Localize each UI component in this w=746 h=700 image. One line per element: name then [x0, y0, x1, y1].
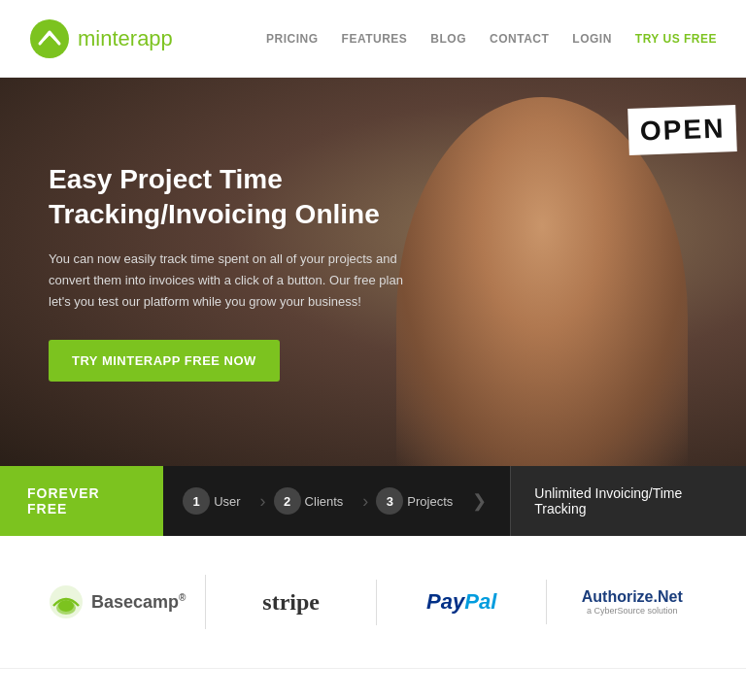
plan-features: 1 User › 2 Clients › 3 Projects ❯ [163, 466, 510, 536]
hero-section: OPEN Easy Project Time Tracking/Invoicin… [0, 78, 746, 466]
plan-arrow-3: ❯ [472, 490, 487, 512]
nav-features[interactable]: FEATURES [342, 32, 408, 46]
partner-basecamp: Basecamp® [29, 575, 206, 629]
partner-authorize: Authorize.Net a CyberSource solution [547, 579, 717, 625]
stripe-name: stripe [262, 589, 320, 616]
nav-try-free[interactable]: TRY US FREE [635, 32, 717, 46]
plan-arrow-2: › [362, 491, 368, 512]
tagline-section: Minterapp makes it easy to track time an… [0, 669, 746, 700]
logo-text: minterapp [78, 26, 173, 51]
hero-title: Easy Project Time Tracking/Invoicing Onl… [49, 162, 418, 233]
basecamp-logo: Basecamp® [49, 584, 186, 619]
main-nav: PRICING FEATURES BLOG CONTACT LOGIN TRY … [266, 32, 717, 46]
hero-cta-button[interactable]: TRY MINTERAPP FREE NOW [49, 340, 280, 382]
logo-icon [29, 18, 70, 59]
partners-section: Basecamp® stripe PayPal Authorize.Net a … [0, 536, 746, 669]
partner-stripe: stripe [206, 580, 377, 625]
plan-badge-1: 1 [183, 487, 210, 515]
partner-paypal: PayPal [377, 580, 548, 624]
paypal-name: PayPal [426, 589, 496, 615]
open-sign: OPEN [627, 105, 737, 155]
plan-feature-user: User [214, 494, 240, 509]
svg-point-3 [58, 600, 74, 612]
plan-badge-2: 2 [274, 487, 301, 515]
plan-badge-3: 3 [376, 487, 403, 515]
hero-description: You can now easily track time spent on a… [49, 249, 418, 313]
nav-login[interactable]: LOGIN [572, 32, 612, 46]
svg-point-0 [30, 19, 69, 58]
authorize-logo: Authorize.Net a CyberSource solution [582, 588, 683, 616]
logo[interactable]: minterapp [29, 18, 173, 59]
basecamp-name: Basecamp® [91, 592, 186, 613]
plan-feature-clients: Clients [305, 494, 344, 509]
nav-blog[interactable]: BLOG [430, 32, 466, 46]
plan-feature-projects: Projects [407, 494, 453, 509]
hero-content: Easy Project Time Tracking/Invoicing Onl… [0, 123, 466, 420]
nav-contact[interactable]: CONTACT [490, 32, 549, 46]
plan-forever-label: FOREVER FREE [0, 466, 163, 536]
header: minterapp PRICING FEATURES BLOG CONTACT … [0, 0, 746, 78]
authorize-name: Authorize.Net [582, 588, 683, 606]
basecamp-icon [49, 584, 84, 619]
authorize-sub: a CyberSource solution [587, 606, 678, 616]
nav-pricing[interactable]: PRICING [266, 32, 319, 46]
plan-arrow-1: › [260, 491, 266, 512]
plan-unlimited-label: Unlimited Invoicing/Time Tracking [510, 466, 746, 536]
plan-bar: FOREVER FREE 1 User › 2 Clients › 3 Proj… [0, 466, 746, 536]
